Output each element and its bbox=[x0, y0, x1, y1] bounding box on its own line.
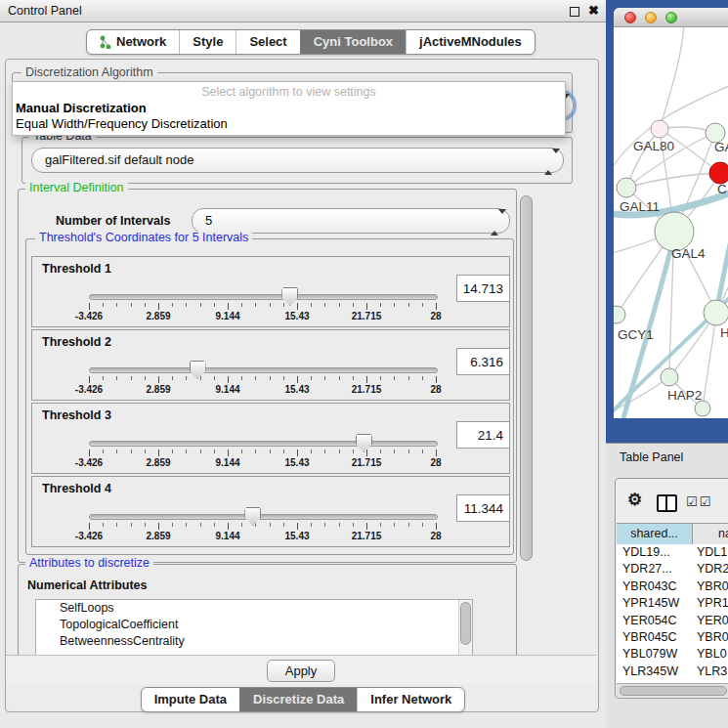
minimize-traffic-light-icon[interactable] bbox=[645, 12, 657, 23]
slider-major-tick bbox=[89, 450, 90, 456]
attribute-item-selfloops[interactable]: SelfLoops bbox=[36, 600, 472, 617]
bottom-tab-discretize-data[interactable]: Discretize Data bbox=[239, 688, 357, 711]
table-row[interactable]: YDL19...YDL1 bbox=[617, 544, 728, 561]
threshold-value-field[interactable]: 11.344 bbox=[456, 494, 510, 522]
slider-track[interactable] bbox=[89, 294, 438, 300]
network-node-4[interactable] bbox=[655, 212, 694, 251]
slider-tick-label: 21.715 bbox=[352, 311, 382, 321]
panel-title: Control Panel bbox=[8, 0, 82, 21]
table-row[interactable]: YER054CYER0 bbox=[617, 613, 728, 629]
attribute-item-topologicalcoefficient[interactable]: TopologicalCoefficient bbox=[36, 617, 472, 633]
algorithm-dropdown-popup: Select algorithm to view settings Manual… bbox=[12, 81, 566, 136]
gear-icon[interactable]: ⚙ bbox=[627, 491, 642, 510]
table-row[interactable]: YBR045CYBR0 bbox=[617, 629, 728, 646]
column-header-name[interactable]: na bbox=[693, 524, 728, 545]
slider-major-tick bbox=[366, 450, 367, 456]
slider-tick-label: -3.426 bbox=[75, 457, 103, 468]
float-window-button[interactable] bbox=[570, 7, 579, 17]
network-node-5[interactable] bbox=[614, 306, 625, 323]
interval-definition-title: Interval Definition bbox=[25, 182, 128, 194]
table-row[interactable]: YBR043CYBR0 bbox=[617, 578, 728, 595]
settings-scrollbar[interactable] bbox=[518, 188, 534, 655]
tab-style[interactable]: Style bbox=[179, 30, 236, 54]
network-node-3[interactable] bbox=[617, 178, 636, 197]
zoom-traffic-light-icon[interactable] bbox=[665, 12, 677, 23]
node-label-h: H bbox=[720, 325, 728, 340]
slider-major-tick bbox=[228, 523, 229, 530]
threshold-slider-4[interactable]: -3.4262.8599.14415.4321.71528 bbox=[89, 504, 437, 543]
apply-button[interactable]: Apply bbox=[267, 660, 335, 682]
table-row[interactable]: YDR27...YDR2 bbox=[617, 561, 728, 578]
attribute-item-betweennesscentrality[interactable]: BetweennessCentrality bbox=[36, 633, 472, 650]
network-canvas[interactable]: GAL80GACGAL11GAL4GCY1HHAP2 bbox=[614, 27, 728, 418]
split-view-icon[interactable] bbox=[657, 494, 677, 512]
table-row[interactable]: YBL079WYBL0 bbox=[617, 646, 728, 663]
popup-option-manual-discretization[interactable]: Manual Discretization bbox=[16, 101, 147, 115]
cell-shared-name: YBR045C bbox=[617, 629, 693, 646]
bottom-tab-infer-network[interactable]: Infer Network bbox=[357, 688, 464, 711]
slider-track[interactable] bbox=[89, 514, 438, 520]
slider-tick-label: 15.43 bbox=[284, 531, 309, 541]
close-traffic-light-icon[interactable] bbox=[624, 12, 636, 23]
tab-label: Style bbox=[193, 30, 223, 54]
slider-major-tick bbox=[228, 303, 229, 310]
cell-shared-name: YER054C bbox=[617, 613, 693, 629]
threshold-value-field[interactable]: 21.4 bbox=[456, 421, 510, 449]
table-hscrollbar-thumb[interactable] bbox=[620, 686, 727, 696]
slider-major-tick bbox=[89, 376, 90, 383]
tab-select[interactable]: Select bbox=[236, 30, 299, 54]
threshold-value-field[interactable]: 6.316 bbox=[456, 348, 510, 375]
threshold-value-field[interactable]: 14.713 bbox=[456, 275, 510, 302]
settings-scrollbar-thumb[interactable] bbox=[520, 195, 533, 561]
threshold-slider-3[interactable]: -3.4262.8599.14415.4321.71528 bbox=[89, 431, 437, 470]
network-node-0[interactable] bbox=[651, 120, 668, 138]
slider-track[interactable] bbox=[89, 367, 438, 373]
right-column: GAL80GACGAL11GAL4GCY1HHAP2 Table Panel ⚙… bbox=[606, 0, 728, 728]
network-node-6[interactable] bbox=[704, 300, 728, 325]
slider-minor-ticks bbox=[89, 303, 437, 307]
slider-minor-ticks bbox=[89, 376, 437, 380]
tab-cyni-toolbox[interactable]: Cyni Toolbox bbox=[300, 30, 406, 54]
slider-major-tick bbox=[158, 303, 159, 310]
bottom-tab-impute-data[interactable]: Impute Data bbox=[142, 688, 239, 711]
list-scrollbar-thumb[interactable] bbox=[460, 602, 471, 645]
slider-track[interactable] bbox=[89, 441, 438, 447]
table-horizontal-scrollbar[interactable] bbox=[617, 683, 728, 697]
slider-major-tick bbox=[89, 523, 90, 530]
table-rows: YDL19...YDL1YDR27...YDR2YBR043CYBR0YPR14… bbox=[617, 544, 728, 684]
slider-minor-ticks bbox=[89, 523, 437, 527]
node-label-gal4: GAL4 bbox=[671, 246, 706, 261]
threshold-panel-1: Threshold 1-3.4262.8599.14415.4321.71528… bbox=[31, 256, 510, 327]
network-node-2[interactable] bbox=[709, 162, 728, 184]
slider-major-tick bbox=[228, 450, 229, 456]
close-icon[interactable]: ✖ bbox=[588, 3, 599, 19]
popup-option-equal-width-frequency[interactable]: Equal Width/Frequency Discretization bbox=[16, 116, 228, 131]
threshold-label: Threshold 4 bbox=[42, 482, 111, 495]
slider-tick-label: 9.144 bbox=[215, 457, 239, 468]
cell-shared-name: YDL19... bbox=[617, 544, 693, 561]
threshold-slider-1[interactable]: -3.4262.8599.14415.4321.71528 bbox=[89, 284, 437, 323]
threshold-slider-2[interactable]: -3.4262.8599.14415.4321.71528 bbox=[89, 358, 437, 397]
tab-network[interactable]: Network bbox=[87, 30, 179, 54]
cell-shared-name: YPR145W bbox=[617, 595, 693, 612]
node-table-card: ⚙ ☑☑ shared... na YDL19...YDL1YDR27...YD… bbox=[615, 478, 728, 699]
tab-jactivemnodules[interactable]: jActiveMNodules bbox=[406, 30, 535, 54]
slider-major-tick bbox=[297, 450, 298, 456]
apply-bar: Apply bbox=[6, 655, 596, 684]
column-header-shared-name[interactable]: shared... bbox=[617, 524, 693, 545]
slider-tick-label: 28 bbox=[430, 384, 441, 395]
slider-major-tick bbox=[366, 376, 367, 383]
network-nodes bbox=[614, 120, 728, 416]
slider-major-tick bbox=[158, 523, 159, 530]
spinner-stepper-icon[interactable] bbox=[491, 214, 499, 228]
network-node-7[interactable] bbox=[661, 368, 678, 386]
list-scrollbar[interactable] bbox=[458, 600, 472, 657]
table-row[interactable]: YPR145WYPR1 bbox=[617, 595, 728, 612]
slider-major-tick bbox=[89, 303, 90, 310]
slider-major-tick bbox=[228, 376, 229, 383]
table-row[interactable]: YLR345WYLR3 bbox=[617, 664, 728, 680]
combo-stepper-icon[interactable] bbox=[544, 153, 553, 167]
select-columns-icon[interactable]: ☑☑ bbox=[686, 494, 712, 509]
table-data-combobox[interactable]: galFiltered.sif default node bbox=[31, 148, 564, 173]
network-node-8[interactable] bbox=[695, 401, 710, 416]
